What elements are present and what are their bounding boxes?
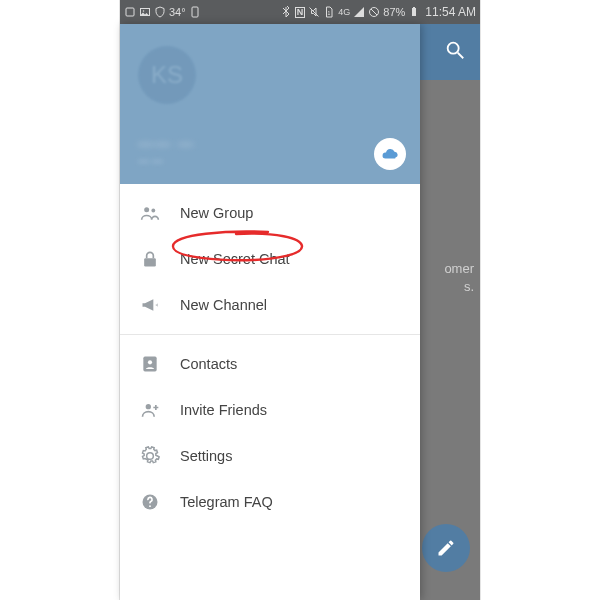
shield-icon xyxy=(154,6,166,18)
user-status: — — xyxy=(138,154,163,166)
svg-rect-7 xyxy=(413,7,415,8)
svg-point-8 xyxy=(448,43,459,54)
saved-messages-button[interactable] xyxy=(374,138,406,170)
image-icon xyxy=(139,6,151,18)
status-right: N 1 4G 87% 11:54 AM xyxy=(280,5,476,19)
menu-label: Invite Friends xyxy=(180,402,267,418)
user-name: —— — xyxy=(138,134,195,151)
signal-icon xyxy=(353,6,365,18)
temp-label: 34° xyxy=(169,6,186,18)
menu-new-channel[interactable]: New Channel xyxy=(120,282,420,328)
android-status-bar: 34° N 1 4G 87% 11:54 AM xyxy=(120,0,480,24)
menu-telegram-faq[interactable]: Telegram FAQ xyxy=(120,479,420,525)
menu-label: Telegram FAQ xyxy=(180,494,273,510)
mute-icon xyxy=(308,6,320,18)
bluetooth-icon xyxy=(280,6,292,18)
svg-point-13 xyxy=(148,360,152,364)
drawer-header[interactable]: KS —— — — — xyxy=(120,24,420,184)
menu-label: New Group xyxy=(180,205,253,221)
clock-label: 11:54 AM xyxy=(425,5,476,19)
svg-point-2 xyxy=(143,10,145,12)
compose-fab[interactable] xyxy=(422,524,470,572)
battery-icon xyxy=(408,6,420,18)
menu-label: Contacts xyxy=(180,356,237,372)
svg-point-9 xyxy=(144,207,149,212)
phone-frame: 34° N 1 4G 87% 11:54 AM omer s. xyxy=(120,0,480,600)
invite-icon xyxy=(140,400,180,420)
sim-icon: 1 xyxy=(323,6,335,18)
drawer-menu: New Group New Secret Chat New Channel xyxy=(120,184,420,525)
no-sync-icon xyxy=(368,6,380,18)
app-icon xyxy=(189,6,201,18)
svg-point-16 xyxy=(149,505,151,507)
menu-label: Settings xyxy=(180,448,232,464)
network-label: 4G xyxy=(338,7,350,17)
contacts-icon xyxy=(140,354,180,374)
avatar[interactable]: KS xyxy=(138,46,196,104)
menu-invite-friends[interactable]: Invite Friends xyxy=(120,387,420,433)
menu-new-secret-chat[interactable]: New Secret Chat xyxy=(120,236,420,282)
svg-text:1: 1 xyxy=(328,10,331,16)
battery-label: 87% xyxy=(383,6,405,18)
megaphone-icon xyxy=(140,295,180,315)
menu-label: New Channel xyxy=(180,297,267,313)
svg-rect-6 xyxy=(412,8,416,16)
status-left: 34° xyxy=(124,6,201,18)
svg-rect-3 xyxy=(192,7,198,17)
svg-rect-11 xyxy=(144,258,156,266)
menu-contacts[interactable]: Contacts xyxy=(120,341,420,387)
nfc-icon: N xyxy=(295,7,306,18)
screenshot-icon xyxy=(124,6,136,18)
navigation-drawer: KS —— — — — New Group New Secret Chat xyxy=(120,24,420,600)
help-icon xyxy=(140,492,180,512)
menu-new-group[interactable]: New Group xyxy=(120,190,420,236)
menu-label: New Secret Chat xyxy=(180,251,290,267)
app-area: omer s. KS —— — — — New Group xyxy=(120,24,480,600)
menu-settings[interactable]: Settings xyxy=(120,433,420,479)
search-icon[interactable] xyxy=(444,39,466,65)
menu-divider xyxy=(120,334,420,335)
svg-rect-0 xyxy=(126,8,134,16)
empty-state-text: omer s. xyxy=(444,260,474,296)
lock-icon xyxy=(140,249,180,269)
group-icon xyxy=(140,203,180,223)
svg-point-10 xyxy=(151,209,155,213)
svg-point-14 xyxy=(146,404,151,409)
gear-icon xyxy=(140,446,180,466)
